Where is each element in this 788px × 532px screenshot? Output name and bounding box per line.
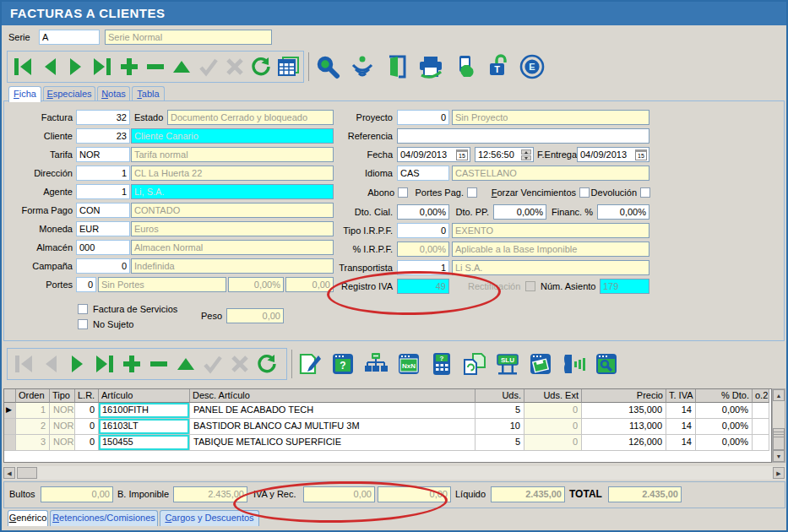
vertical-scroll-thumb[interactable] xyxy=(773,428,785,450)
hora-input[interactable]: 12:56:50 xyxy=(475,147,534,162)
direccion-input[interactable]: 1 xyxy=(76,166,130,181)
tarifa-input[interactable]: NOR xyxy=(76,147,130,162)
moneda-input[interactable]: EUR xyxy=(76,221,130,236)
scroll-down-icon[interactable]: ▼ xyxy=(773,450,785,462)
refresh-button[interactable] xyxy=(249,54,273,79)
grid-header-orden[interactable]: Orden xyxy=(16,389,50,403)
insert-record-button[interactable] xyxy=(117,54,140,79)
e-badge-icon[interactable]: E xyxy=(519,54,545,79)
proyecto-input[interactable]: 0 xyxy=(397,110,449,125)
no-sujeto-checkbox[interactable] xyxy=(78,319,88,329)
grid-header-t-iva[interactable]: T. IVA xyxy=(666,389,696,403)
datasheet-view-button[interactable] xyxy=(276,54,300,79)
calculator-help-icon[interactable]: ? xyxy=(429,351,454,377)
tab-tabla[interactable]: Tabla xyxy=(132,86,165,101)
slu-sign-icon[interactable]: SLU xyxy=(495,351,520,377)
cell-uds[interactable]: 5 xyxy=(476,403,524,419)
grid-header-precio[interactable]: Precio xyxy=(582,389,666,403)
peso-input[interactable]: 0,00 xyxy=(226,308,284,323)
table-row[interactable]: 2 NOR 0 16103LT BASTIDOR BLANCO CAJ MULT… xyxy=(4,419,771,435)
detail-first-record-button[interactable] xyxy=(11,351,35,377)
grid-header-articulo[interactable]: Artículo xyxy=(99,389,190,403)
calendar-icon[interactable]: 15 xyxy=(456,149,468,160)
cell-uds-ext[interactable]: 0 xyxy=(524,435,582,451)
tab-ficha[interactable]: Ficha xyxy=(8,86,41,102)
next-record-button[interactable] xyxy=(64,54,88,79)
detail-prev-record-button[interactable] xyxy=(38,351,62,377)
cell-precio[interactable]: 126,000 xyxy=(582,435,666,451)
bultos-input[interactable]: 0,00 xyxy=(41,486,113,502)
cell-t-iva[interactable]: 14 xyxy=(666,419,696,435)
cell-precio[interactable]: 113,000 xyxy=(582,419,666,435)
cell-articulo[interactable]: 150455 xyxy=(99,435,190,451)
cell-articulo[interactable]: 16100FITH xyxy=(99,403,190,419)
dto-cial-input[interactable]: 0,00% xyxy=(397,204,449,220)
f-entrega-input[interactable]: 04/09/201315 xyxy=(577,147,649,162)
tree-view-icon[interactable] xyxy=(363,351,389,377)
save-window-icon[interactable] xyxy=(528,351,553,377)
dto-pp-input[interactable]: 0,00% xyxy=(493,204,546,220)
cliente-input[interactable]: 23 xyxy=(76,128,130,144)
portes-pag-checkbox[interactable] xyxy=(467,187,477,198)
agente-input[interactable]: 1 xyxy=(76,184,130,199)
grid-vertical-scrollbar[interactable]: ▲ ▼ xyxy=(772,388,785,463)
horizontal-scroll-thumb[interactable] xyxy=(17,467,37,479)
delete-record-button[interactable] xyxy=(144,54,167,79)
print-icon[interactable] xyxy=(417,54,444,79)
grid-header-tipo[interactable]: Tipo xyxy=(50,389,75,403)
help-window-icon[interactable]: ? xyxy=(330,351,356,377)
cell-o2[interactable] xyxy=(753,403,769,419)
grid-header-o2[interactable]: o.2 xyxy=(753,389,769,403)
devolucion-checkbox[interactable] xyxy=(640,187,650,198)
forma-pago-input[interactable]: CON xyxy=(76,203,130,218)
confirm-button[interactable] xyxy=(197,54,220,79)
factura-input[interactable]: 32 xyxy=(76,110,130,125)
first-record-button[interactable] xyxy=(11,54,35,79)
cell-lr[interactable]: 0 xyxy=(75,403,99,419)
cell-t-iva[interactable]: 14 xyxy=(666,403,696,419)
detail-delete-record-button[interactable] xyxy=(146,351,171,377)
table-row[interactable]: 3 NOR 0 150455 TABIQUE METALICO SUPERFIC… xyxy=(4,435,771,451)
spin-down-icon[interactable] xyxy=(521,155,531,160)
referencia-input[interactable] xyxy=(397,128,649,144)
detail-edit-record-button[interactable] xyxy=(173,351,198,377)
cell-orden[interactable]: 1 xyxy=(16,403,50,419)
detail-last-record-button[interactable] xyxy=(92,351,117,377)
cell-o2[interactable] xyxy=(753,419,769,435)
cell-precio[interactable]: 135,000 xyxy=(582,403,666,419)
broadcast-icon[interactable] xyxy=(350,54,375,79)
cell-uds-ext[interactable]: 0 xyxy=(524,419,582,435)
cell-lr[interactable]: 0 xyxy=(75,419,99,435)
table-row[interactable]: ▶ 1 NOR 0 16100FITH PANEL DE ACABADO TEC… xyxy=(4,403,771,419)
financ-input[interactable]: 0,00% xyxy=(597,204,649,220)
edit-record-button[interactable] xyxy=(170,54,193,79)
cell-orden[interactable]: 2 xyxy=(16,419,50,435)
grid-header-lr[interactable]: L.R. xyxy=(75,389,99,403)
tab-generico[interactable]: Genérico xyxy=(8,510,48,526)
scroll-left-icon[interactable]: ◀ xyxy=(3,467,15,479)
search-window-icon[interactable] xyxy=(594,351,619,377)
calendar-icon[interactable]: 15 xyxy=(635,149,647,160)
unlock-icon[interactable]: T xyxy=(486,54,510,79)
search-icon[interactable] xyxy=(315,54,340,79)
grid-header-uds-ext[interactable]: Uds. Ext xyxy=(524,389,582,403)
matrix-window-icon[interactable]: NxN xyxy=(396,351,421,377)
time-spinner[interactable] xyxy=(521,149,531,160)
abono-checkbox[interactable] xyxy=(398,187,408,198)
scroll-up-icon[interactable]: ▲ xyxy=(773,389,785,401)
detail-cancel-button[interactable] xyxy=(227,351,252,377)
scroll-right-icon[interactable]: ▶ xyxy=(773,467,785,479)
detail-confirm-button[interactable] xyxy=(200,351,225,377)
serie-code-input[interactable]: A xyxy=(39,30,100,45)
spin-up-icon[interactable] xyxy=(521,149,531,155)
cell-articulo[interactable]: 16103LT xyxy=(99,419,190,435)
last-record-button[interactable] xyxy=(90,54,114,79)
idioma-input[interactable]: CAS xyxy=(397,166,449,181)
cell-t-iva[interactable]: 14 xyxy=(666,435,696,451)
cell-uds[interactable]: 10 xyxy=(476,419,524,435)
cell-uds[interactable]: 5 xyxy=(476,435,524,451)
cell-lr[interactable]: 0 xyxy=(75,435,99,451)
factura-servicios-checkbox[interactable] xyxy=(78,304,88,314)
portes-input[interactable]: 0 xyxy=(76,277,96,292)
cell-dto[interactable]: 0,00% xyxy=(696,435,753,451)
